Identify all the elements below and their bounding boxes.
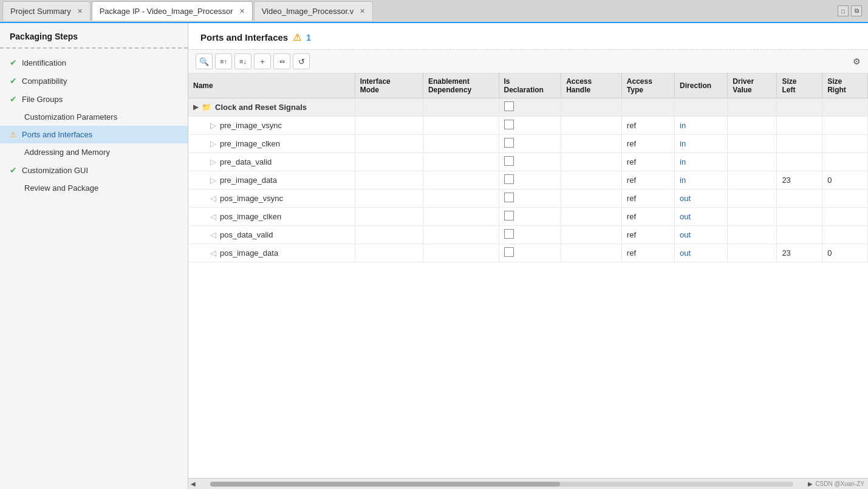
row-pos-image-clken-name: ◁ pos_image_clken	[188, 208, 355, 226]
sidebar-item-review-package-label: Review and Package	[24, 183, 98, 193]
tab-package-ip[interactable]: Package IP - Video_Image_Processor ✕	[92, 1, 253, 21]
scroll-thumb[interactable]	[210, 482, 560, 487]
check-icon-identification: ✔	[10, 58, 17, 67]
table-row[interactable]: ▷ pre_image_vsync ref in	[188, 117, 868, 135]
col-size-right: SizeRight	[822, 74, 868, 98]
scroll-right-arrow[interactable]: ▶	[805, 480, 815, 487]
col-name: Name	[188, 74, 355, 98]
group-clock-reset-driver-value	[728, 98, 777, 117]
col-is-declaration: IsDeclaration	[499, 74, 561, 98]
tab-project-summary-close[interactable]: ✕	[77, 7, 83, 15]
collapse-all-button[interactable]: ≡↑	[215, 53, 232, 69]
group-clock-reset-size-left	[777, 98, 822, 117]
table-row[interactable]: ▷ pre_data_valid ref in	[188, 153, 868, 171]
sidebar-item-customization-params[interactable]: Customization Parameters	[0, 108, 188, 126]
checkbox-pre-image-clken[interactable]	[504, 138, 514, 148]
row-pre-image-vsync-name: ▷ pre_image_vsync	[188, 117, 355, 135]
check-icon-file-groups: ✔	[10, 94, 17, 104]
main-layout: Packaging Steps ✔ Identification ✔ Compa…	[0, 23, 868, 489]
checkbox-pos-data-valid[interactable]	[504, 229, 514, 239]
tab-package-ip-close[interactable]: ✕	[239, 7, 245, 15]
checkbox-group-clock[interactable]	[504, 101, 514, 111]
add-button[interactable]: +	[254, 53, 271, 69]
table-row[interactable]: ◁ pos_image_clken ref out	[188, 208, 868, 226]
sidebar-item-review-package[interactable]: Review and Package	[0, 179, 188, 197]
tab-verilog-close[interactable]: ✕	[360, 7, 365, 15]
col-access-handle: AccessHandle	[561, 74, 622, 98]
port-out-icon: ◁	[210, 212, 216, 221]
scroll-left-arrow[interactable]: ◀	[188, 480, 198, 487]
maximize-button[interactable]: ⧉	[851, 5, 862, 16]
table-row[interactable]: ◁ pos_data_valid ref out	[188, 226, 868, 244]
sidebar-divider	[0, 47, 188, 49]
auto-infer-button[interactable]: ⇔	[273, 53, 290, 69]
warning-badge-icon: ⚠	[293, 32, 301, 43]
table-row[interactable]: ▷ pre_image_clken ref in	[188, 135, 868, 153]
content-area: Ports and Interfaces ⚠ 1 🔍 ≡↑ ≡↓ + ⇔ ↺ ⚙…	[188, 23, 868, 489]
table-row[interactable]: ◁ pos_image_data ref out 23 0	[188, 244, 868, 262]
refresh-button[interactable]: ↺	[293, 53, 310, 69]
settings-icon[interactable]: ⚙	[853, 56, 861, 66]
checkbox-pre-image-data[interactable]	[504, 174, 514, 184]
checkbox-pre-data-valid[interactable]	[504, 156, 514, 166]
checkbox-pos-image-clken[interactable]	[504, 211, 514, 221]
search-button[interactable]: 🔍	[196, 53, 213, 69]
row-pos-data-valid-name: ◁ pos_data_valid	[188, 226, 355, 244]
tab-verilog[interactable]: Video_Image_Processor.v ✕	[254, 1, 374, 21]
col-direction: Direction	[675, 74, 728, 98]
col-driver-value: DriverValue	[728, 74, 777, 98]
minimize-button[interactable]: □	[838, 5, 849, 16]
checkbox-pos-image-vsync[interactable]	[504, 193, 514, 202]
group-clock-reset-size-right	[822, 98, 868, 117]
row-pre-image-clken-name: ▷ pre_image_clken	[188, 135, 355, 153]
sidebar-item-customization-gui[interactable]: ✔ Customization GUI	[0, 161, 188, 179]
folder-icon: 📁	[202, 103, 211, 112]
window-controls: □ ⧉	[838, 5, 866, 16]
tab-bar: Project Summary ✕ Package IP - Video_Ima…	[0, 0, 868, 23]
port-out-icon: ◁	[210, 194, 216, 203]
sidebar-item-identification[interactable]: ✔ Identification	[0, 53, 188, 72]
content-header: Ports and Interfaces ⚠ 1	[188, 23, 868, 50]
tab-verilog-label: Video_Image_Processor.v	[262, 7, 354, 16]
ports-table-wrapper[interactable]: Name InterfaceMode EnablementDependency …	[188, 74, 868, 478]
sidebar-item-ports-interfaces-label: Ports and Interfaces	[22, 130, 92, 139]
horizontal-scrollbar[interactable]: ◀ ▶ CSDN @Xuan-ZY	[188, 478, 868, 489]
expand-clock-reset[interactable]: ▶	[193, 103, 198, 111]
checkbox-pos-image-data[interactable]	[504, 247, 514, 257]
sidebar-item-compatibility[interactable]: ✔ Compatibility	[0, 72, 188, 90]
sidebar-item-file-groups[interactable]: ✔ File Groups	[0, 90, 188, 108]
group-clock-reset-direction	[675, 98, 728, 117]
group-clock-reset-interface-mode	[355, 98, 423, 117]
row-pre-image-data-name: ▷ pre_image_data	[188, 171, 355, 190]
sidebar-item-ports-interfaces[interactable]: ⚠ Ports and Interfaces	[0, 126, 188, 143]
group-row-clock-reset[interactable]: ▶ 📁 Clock and Reset Signals	[188, 98, 868, 117]
col-enablement-dep: EnablementDependency	[423, 74, 499, 98]
port-in-icon: ▷	[210, 139, 216, 148]
port-in-icon: ▷	[210, 157, 216, 166]
check-icon-compatibility: ✔	[10, 76, 17, 86]
sidebar-item-addressing-memory[interactable]: Addressing and Memory	[0, 143, 188, 161]
sidebar-item-customization-params-label: Customization Parameters	[24, 112, 117, 121]
sidebar-item-customization-gui-label: Customization GUI	[22, 166, 88, 175]
tab-package-ip-label: Package IP - Video_Image_Processor	[100, 7, 233, 16]
checkbox-pre-image-vsync[interactable]	[504, 120, 514, 129]
scroll-track[interactable]	[210, 482, 793, 487]
warn-icon-ports: ⚠	[10, 130, 17, 139]
group-clock-reset-name[interactable]: ▶ 📁 Clock and Reset Signals	[188, 98, 355, 117]
row-pos-image-vsync-name: ◁ pos_image_vsync	[188, 190, 355, 208]
sidebar-item-identification-label: Identification	[22, 58, 66, 67]
port-in-icon: ▷	[210, 121, 216, 130]
row-pos-image-data-name: ◁ pos_image_data	[188, 244, 355, 262]
ports-table: Name InterfaceMode EnablementDependency …	[188, 74, 868, 262]
expand-all-button[interactable]: ≡↓	[234, 53, 251, 69]
sidebar-item-compatibility-label: Compatibility	[22, 77, 67, 86]
row-pre-data-valid-name: ▷ pre_data_valid	[188, 153, 355, 171]
table-row[interactable]: ▷ pre_image_data ref in 23 0	[188, 171, 868, 190]
table-row[interactable]: ◁ pos_image_vsync ref out	[188, 190, 868, 208]
table-header-row: Name InterfaceMode EnablementDependency …	[188, 74, 868, 98]
group-clock-reset-enablement-dep	[423, 98, 499, 117]
content-title: Ports and Interfaces	[200, 32, 288, 43]
port-in-icon: ▷	[210, 176, 216, 185]
col-interface-mode: InterfaceMode	[355, 74, 423, 98]
tab-project-summary[interactable]: Project Summary ✕	[2, 1, 91, 21]
